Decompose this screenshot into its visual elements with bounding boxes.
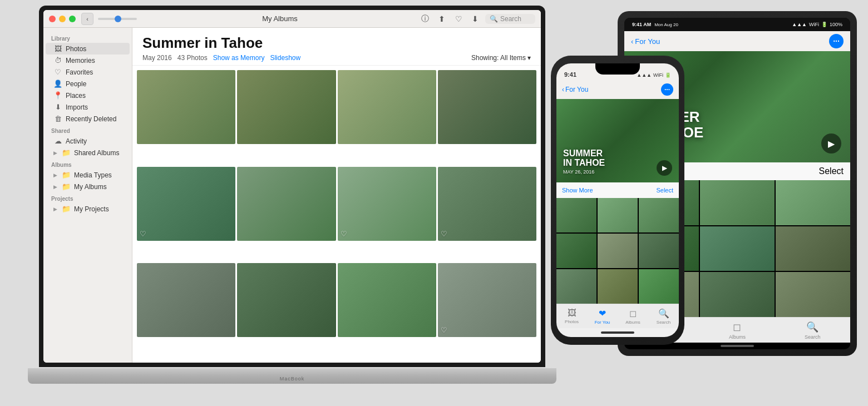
iphone-photo-cell[interactable]	[556, 269, 596, 304]
iphone-photo-cell[interactable]	[598, 234, 638, 268]
photo-cell[interactable]: ♡	[137, 167, 235, 241]
iphone-tab-photos[interactable]: 🖼 Photos	[556, 308, 587, 324]
sidebar-item-my-projects[interactable]: ▶ 📁 My Projects	[46, 203, 130, 215]
ipad-tab-albums[interactable]: ◻ Albums	[699, 321, 775, 340]
minimize-button[interactable]	[59, 16, 66, 22]
album-header: Summer in Tahoe May 2016 43 Photos Show …	[132, 28, 541, 66]
close-button[interactable]	[49, 16, 56, 22]
photo-cell[interactable]	[137, 70, 235, 144]
iphone-photo-cell[interactable]	[639, 234, 679, 268]
photo-cell[interactable]	[237, 263, 336, 337]
iphone-photo-cell[interactable]	[556, 198, 596, 232]
photo-cell[interactable]: ♡	[338, 167, 436, 241]
shared-section-label: Shared	[43, 125, 132, 135]
photo-cell[interactable]	[237, 70, 336, 144]
favorite-button[interactable]: ♡	[452, 12, 465, 26]
iphone-body: 9:41 ▲▲▲ WiFi 🔋 ‹ For You ···	[551, 56, 684, 345]
photo-cell[interactable]	[137, 263, 235, 337]
import-button[interactable]: ⬇	[468, 12, 482, 26]
my-projects-icon: 📁	[62, 205, 71, 213]
iphone-photo-cell[interactable]	[598, 269, 638, 304]
photo-cell[interactable]	[438, 70, 536, 144]
search-tab-label: Search	[805, 334, 821, 340]
sidebar-my-projects-label: My Projects	[74, 205, 109, 213]
albums-tab-icon: ◻	[733, 321, 741, 333]
ipad-more-button[interactable]: ···	[829, 34, 844, 48]
zoom-slider[interactable]	[98, 18, 137, 20]
iphone-battery-icon: 🔋	[665, 72, 671, 78]
iphone-play-button[interactable]: ▶	[657, 160, 672, 176]
search-box[interactable]: 🔍 Search	[485, 14, 535, 24]
ipad-back-button[interactable]: ‹ For You	[631, 37, 660, 46]
iphone-photo-cell[interactable]	[556, 234, 596, 268]
slideshow-link[interactable]: Slideshow	[270, 54, 300, 62]
photo-cell[interactable]: ♡	[438, 263, 536, 337]
showing-filter[interactable]: Showing: All Items ▾	[471, 54, 531, 62]
sidebar-item-activity[interactable]: ☁ Activity	[46, 135, 130, 147]
iphone-tabbar: 🖼 Photos ❤ For You ◻ Albums 🔍 Search	[556, 304, 679, 328]
sidebar-item-favorites[interactable]: ♡ Favorites	[46, 66, 130, 78]
iphone-back-chevron: ‹	[562, 86, 564, 93]
iphone-signal-icon: ▲▲▲	[637, 72, 652, 78]
heart-icon: ♡	[441, 326, 447, 334]
sidebar-memories-label: Memories	[66, 57, 95, 65]
ipad-photo-cell[interactable]	[776, 272, 850, 317]
sidebar-item-my-albums[interactable]: ▶ 📁 My Albums	[46, 181, 130, 192]
sidebar-item-people[interactable]: 👤 People	[46, 78, 130, 90]
photo-cell[interactable]	[237, 167, 336, 241]
sidebar-item-media-types[interactable]: ▶ 📁 Media Types	[46, 169, 130, 181]
ipad-select-link[interactable]: Select	[819, 166, 844, 176]
showing-label: Showing: All Items	[471, 54, 526, 62]
show-as-memory-link[interactable]: Show as Memory	[213, 54, 265, 62]
photo-cell[interactable]	[338, 70, 436, 144]
ipad-photo-cell[interactable]	[700, 180, 775, 225]
sidebar-item-imports[interactable]: ⬇ Imports	[46, 101, 130, 113]
iphone-tab-albums[interactable]: ◻ Albums	[618, 308, 648, 325]
iphone-photo-cell[interactable]	[598, 198, 638, 232]
expand-media-icon: ▶	[53, 172, 57, 178]
sidebar-people-label: People	[66, 80, 86, 88]
back-button[interactable]: ‹	[81, 13, 93, 25]
iphone-tab-search[interactable]: 🔍 Search	[648, 308, 679, 325]
iphone-home-bar	[601, 331, 634, 334]
ipad-photo-cell[interactable]	[776, 226, 850, 271]
people-icon: 👤	[53, 80, 62, 88]
photos-tab-icon: 🖼	[568, 308, 576, 318]
shared-albums-icon: 📁	[62, 148, 71, 157]
battery-level: 100%	[830, 22, 842, 27]
info-button[interactable]: ⓘ	[418, 12, 432, 26]
ipad-play-button[interactable]: ▶	[821, 133, 841, 154]
ipad-photo-cell[interactable]	[776, 180, 850, 225]
iphone-back-button[interactable]: ‹ For You	[562, 86, 588, 93]
mac-traffic-lights	[49, 16, 76, 22]
heart-icon: ♡	[441, 230, 447, 238]
iphone-show-more-link[interactable]: Show More	[562, 187, 593, 194]
iphone-nav: ‹ For You ···	[556, 80, 679, 99]
ipad-tab-search[interactable]: 🔍 Search	[775, 321, 850, 340]
ipad-status-bar: 9:41 AM Mon Aug 20 ▲▲▲ WiFi 🔋 100%	[624, 18, 850, 31]
sidebar-item-photos[interactable]: 🖼 Photos	[46, 43, 130, 55]
share-button[interactable]: ⬆	[435, 12, 448, 26]
sidebar-item-memories[interactable]: ⏱ Memories	[46, 55, 130, 66]
ipad-photo-cell[interactable]	[700, 272, 775, 317]
iphone-photo-cell[interactable]	[639, 269, 679, 304]
sidebar-item-recently-deleted[interactable]: 🗑 Recently Deleted	[46, 113, 130, 125]
ipad-time: 9:41 AM	[632, 22, 651, 27]
ipad-photo-cell[interactable]	[700, 226, 775, 271]
ipad-nav: ‹ For You ···	[624, 31, 850, 51]
photo-cell[interactable]: ♡	[438, 167, 536, 241]
iphone-status-right: ▲▲▲ WiFi 🔋	[637, 72, 671, 78]
zoom-slider-thumb	[115, 16, 121, 22]
iphone-select-link[interactable]: Select	[656, 187, 673, 194]
maximize-button[interactable]	[69, 16, 76, 22]
iphone-more-button[interactable]: ···	[661, 83, 673, 96]
sidebar-item-shared-albums[interactable]: ▶ 📁 Shared Albums	[46, 147, 130, 159]
photo-cell[interactable]	[338, 263, 436, 337]
imports-icon: ⬇	[53, 103, 62, 111]
iphone-albums-tab-label: Albums	[625, 320, 640, 325]
iphone-photo-cell[interactable]	[639, 198, 679, 232]
iphone-hero[interactable]: SUMMERIN TAHOE MAY 26, 2016 ▶	[556, 99, 679, 182]
iphone-tab-for-you[interactable]: ❤ For You	[587, 308, 618, 325]
iphone-screen: 9:41 ▲▲▲ WiFi 🔋 ‹ For You ···	[556, 63, 679, 337]
sidebar-item-places[interactable]: 📍 Places	[46, 90, 130, 101]
